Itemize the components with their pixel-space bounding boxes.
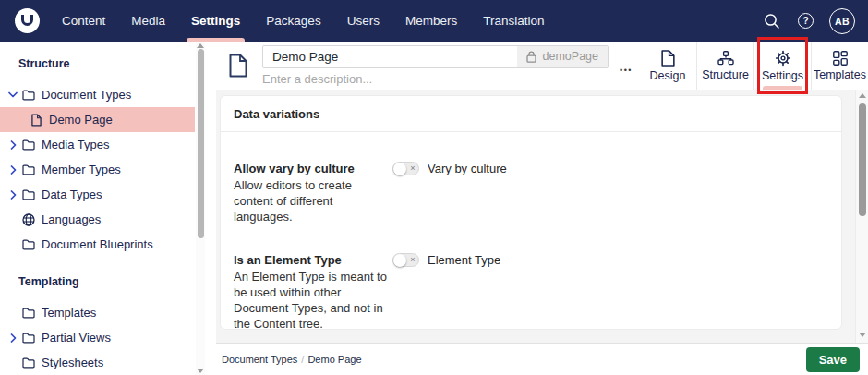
scrollbar-up-arrow[interactable] (197, 43, 204, 48)
tab-label: Templates (814, 68, 866, 81)
card-body: Allow vary by culture Allow editors to c… (221, 132, 841, 330)
folder-icon (22, 189, 35, 200)
tree-item-document-blueprints[interactable]: Document Blueprints (0, 232, 195, 257)
main-editor-area: demoPage ••• Design (216, 42, 868, 375)
tree-item-partial-views[interactable]: Partial Views (0, 325, 195, 350)
tree-item-label: Languages (42, 212, 101, 226)
top-navbar: Content Media Settings Packages Users Me… (0, 0, 868, 42)
tab-label: Design (650, 69, 686, 82)
nav-item-settings-label: Settings (191, 14, 240, 28)
data-variations-card: Data variations Allow vary by culture Al… (220, 95, 842, 330)
tree-heading-templating: Templating (18, 275, 198, 288)
setting-control: × Vary by culture (392, 161, 507, 176)
alias-chip[interactable]: demoPage (517, 46, 608, 67)
gear-icon (775, 50, 791, 67)
umbraco-backoffice: Content Media Settings Packages Users Me… (0, 0, 868, 375)
search-icon[interactable] (762, 11, 782, 31)
umbraco-logo-icon[interactable] (15, 8, 40, 33)
breadcrumb-demo-page[interactable]: Demo Page (307, 354, 361, 365)
document-type-header: demoPage ••• Design (216, 42, 868, 90)
tab-templates[interactable]: Templates (811, 42, 868, 90)
nav-item-users[interactable]: Users (334, 0, 392, 42)
tab-label: Settings (762, 69, 803, 82)
card-title: Data variations (221, 96, 841, 132)
tree-item-templates[interactable]: Templates (0, 300, 195, 325)
setting-control: × Element Type (392, 252, 500, 268)
nav-item-settings[interactable]: Settings (178, 0, 253, 42)
scrollbar-thumb[interactable] (859, 103, 866, 216)
folder-icon (22, 139, 35, 151)
tree-item-data-types[interactable]: Data Types (0, 182, 195, 207)
folder-icon (22, 333, 35, 344)
tab-label: Structure (702, 68, 749, 81)
tree-item-media-types[interactable]: Media Types (0, 132, 195, 157)
settings-content: Data variations Allow vary by culture Al… (216, 90, 868, 343)
toggle-label: Element Type (428, 253, 500, 267)
navbar-right-actions: ? AB (762, 8, 855, 34)
document-type-icon (229, 54, 247, 78)
chevron-right-icon[interactable] (7, 165, 18, 175)
alias-value: demoPage (543, 50, 598, 63)
document-name-input[interactable] (263, 46, 517, 67)
document-icon (30, 114, 42, 127)
nav-item-translation[interactable]: Translation (470, 0, 557, 42)
folder-icon (22, 239, 35, 250)
setting-name: Allow vary by culture (234, 161, 392, 176)
folder-icon (22, 308, 35, 319)
element-type-toggle[interactable]: × (392, 253, 419, 267)
setting-row-vary-by-culture: Allow vary by culture Allow editors to c… (234, 161, 828, 224)
folder-icon (22, 90, 35, 101)
tab-design[interactable]: Design (639, 42, 696, 90)
sidebar-scrollbar[interactable] (196, 42, 205, 375)
tree-item-label: Templates (42, 306, 96, 320)
scrollbar-down-arrow[interactable] (197, 369, 204, 373)
scrollbar-down-arrow[interactable] (859, 333, 866, 337)
more-options-button[interactable]: ••• (620, 66, 633, 75)
folder-icon (22, 357, 35, 369)
setting-description: Allow editors to create content of diffe… (234, 177, 392, 224)
toggle-off-glyph: × (410, 256, 415, 264)
tree-item-label: Data Types (42, 188, 102, 201)
umbraco-logo-u-shape (21, 15, 33, 26)
nav-item-packages[interactable]: Packages (253, 0, 333, 42)
tree-item-languages[interactable]: Languages (0, 207, 195, 232)
tab-settings[interactable]: Settings (753, 42, 811, 90)
nav-item-members[interactable]: Members (392, 0, 470, 42)
help-icon[interactable]: ? (798, 13, 814, 29)
settings-tree-sidebar: Structure Document Types Demo Page (0, 42, 216, 375)
folder-icon (22, 164, 35, 175)
nav-item-media[interactable]: Media (118, 0, 178, 42)
breadcrumb-document-types[interactable]: Document Types (222, 354, 297, 365)
tree-item-member-types[interactable]: Member Types (0, 157, 195, 182)
nav-item-content[interactable]: Content (49, 0, 118, 42)
chevron-down-icon[interactable] (7, 91, 18, 98)
save-button[interactable]: Save (806, 347, 860, 372)
setting-description-block: Allow vary by culture Allow editors to c… (234, 161, 392, 224)
tree-item-label: Document Types (42, 88, 131, 102)
content-scrollbar[interactable] (855, 90, 868, 343)
scrollbar-up-arrow[interactable] (859, 93, 866, 98)
editor-footer: Document Types / Demo Page Save (216, 343, 868, 375)
document-name-field[interactable]: demoPage (262, 45, 609, 68)
breadcrumb-separator: / (301, 354, 304, 365)
tree-heading-structure: Structure (18, 57, 198, 70)
grid-icon (833, 51, 848, 66)
tree-item-stylesheets[interactable]: Stylesheets (0, 350, 195, 375)
scrollbar-thumb[interactable] (198, 49, 204, 238)
description-input[interactable] (262, 72, 609, 86)
globe-icon (22, 213, 35, 226)
user-avatar[interactable]: AB (829, 8, 855, 34)
chevron-right-icon[interactable] (7, 333, 18, 343)
document-icon (661, 50, 675, 67)
setting-row-element-type: Is an Element Type An Element Type is me… (234, 252, 828, 330)
chevron-right-icon[interactable] (7, 140, 18, 150)
tree-item-label: Stylesheets (42, 356, 103, 369)
tree-item-label: Partial Views (42, 331, 111, 345)
vary-by-culture-toggle[interactable]: × (392, 162, 419, 175)
tab-structure[interactable]: Structure (696, 42, 753, 90)
chevron-right-icon[interactable] (7, 190, 18, 200)
tree-item-document-types[interactable]: Document Types (0, 82, 195, 107)
tree-item-demo-page[interactable]: Demo Page (0, 107, 195, 132)
setting-description: An Element Type is meant to be used with… (234, 269, 392, 330)
lock-icon (526, 51, 536, 63)
